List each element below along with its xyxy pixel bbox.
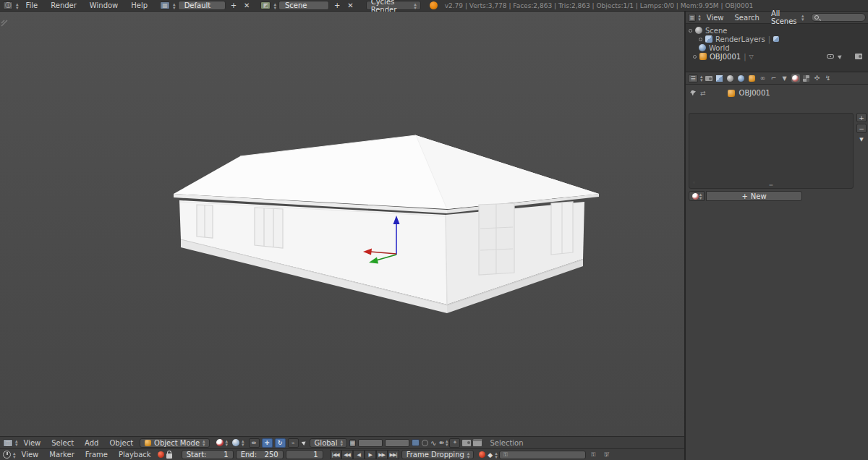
- properties-editor-icon[interactable]: ☰: [688, 74, 698, 82]
- visibility-eye-icon[interactable]: [827, 54, 834, 59]
- menu-view3d-add[interactable]: Add: [80, 439, 103, 447]
- falloff-curve-icon[interactable]: ∿: [430, 439, 436, 447]
- screen-layout-arrows[interactable]: ▴▾: [173, 2, 175, 9]
- record-icon[interactable]: [158, 451, 164, 458]
- scene-icon[interactable]: ◩: [260, 1, 271, 9]
- view3d-editor-arrows[interactable]: ▴▾: [15, 439, 17, 446]
- layers-grid-icon[interactable]: ▦: [349, 439, 356, 447]
- menu-timeline-playback[interactable]: Playback: [114, 451, 156, 459]
- scale-manipulator-button[interactable]: ⌁: [288, 438, 299, 448]
- render-engine-select[interactable]: Cycles Render ▴▾: [366, 1, 421, 10]
- close-layout-button[interactable]: ✕: [242, 1, 252, 9]
- add-layout-button[interactable]: +: [229, 1, 239, 9]
- selectability-cursor-icon[interactable]: [838, 54, 843, 59]
- tab-world-icon[interactable]: [737, 74, 746, 82]
- active-keying-set-field[interactable]: ⚿: [499, 451, 586, 459]
- timeline-editor-icon[interactable]: [3, 451, 11, 459]
- rotate-manipulator-button[interactable]: ↻: [275, 438, 286, 448]
- menu-timeline-view[interactable]: View: [17, 451, 43, 459]
- jump-start-button[interactable]: |◀◀: [330, 450, 341, 459]
- layers-widget-left[interactable]: [358, 439, 383, 447]
- menu-timeline-frame[interactable]: Frame: [81, 451, 112, 459]
- view3d-editor-icon[interactable]: ◫: [3, 439, 13, 447]
- pivot-dropdown-arrows[interactable]: ▴▾: [242, 439, 244, 446]
- pivot-point-icon[interactable]: [232, 439, 239, 446]
- normal-arrow-icon[interactable]: [301, 440, 307, 446]
- snap-dropdown-arrows[interactable]: ▴▾: [446, 439, 448, 446]
- outliner-search-input[interactable]: [811, 13, 866, 22]
- pin-icon[interactable]: [690, 90, 696, 96]
- menu-outliner-view[interactable]: View: [702, 14, 728, 22]
- tree-row-renderlayers[interactable]: RenderLayers |: [689, 35, 867, 43]
- outliner-editor-icon[interactable]: ≣: [688, 14, 696, 22]
- snap-icon[interactable]: ⇻: [438, 439, 443, 446]
- tab-render-layers-icon[interactable]: [715, 74, 724, 82]
- browse-material-button[interactable]: ▴▾: [689, 191, 705, 201]
- opengl-animation-icon[interactable]: [473, 440, 482, 446]
- add-scene-button[interactable]: +: [332, 1, 342, 9]
- tab-object-icon[interactable]: [748, 74, 757, 82]
- outliner-editor-arrows[interactable]: ▴▾: [698, 14, 700, 21]
- remove-slot-button[interactable]: −: [856, 124, 867, 133]
- snap-target-icon[interactable]: ⌖: [449, 438, 460, 448]
- list-resize-grip[interactable]: ═: [770, 184, 773, 187]
- object-data-chevron-icon[interactable]: ▽: [749, 54, 754, 60]
- shading-dropdown-arrows[interactable]: ▴▾: [226, 439, 228, 446]
- manipulator-toggle[interactable]: ⇹: [249, 438, 260, 448]
- tab-particles-icon[interactable]: ✣: [813, 74, 822, 82]
- frame-end-field[interactable]: End: 250: [236, 450, 284, 459]
- tab-material-icon-active[interactable]: [791, 74, 800, 82]
- close-scene-button[interactable]: ✕: [345, 1, 355, 9]
- menu-view3d-object[interactable]: Object: [105, 439, 137, 447]
- new-material-button[interactable]: + New: [706, 191, 802, 201]
- disclosure-icon[interactable]: [693, 55, 697, 59]
- menu-render[interactable]: Render: [46, 1, 82, 9]
- auto-keyframe-icon[interactable]: [479, 451, 485, 458]
- tab-texture-icon[interactable]: [802, 74, 811, 82]
- delete-keyframe-icon[interactable]: ⚿̸: [601, 450, 612, 459]
- tab-scene-icon[interactable]: [726, 74, 735, 82]
- info-editor-icon[interactable]: ⓘ: [3, 1, 13, 9]
- menu-file[interactable]: File: [21, 1, 43, 9]
- jump-end-button[interactable]: ▶▶|: [388, 450, 399, 459]
- frame-start-field[interactable]: Start: 1: [182, 450, 234, 459]
- current-frame-field[interactable]: 1: [286, 450, 323, 459]
- tab-data-icon[interactable]: ▼: [780, 74, 789, 82]
- tab-render-icon[interactable]: [705, 74, 713, 82]
- menu-view3d-view[interactable]: View: [20, 439, 46, 447]
- insert-keyframe-icon[interactable]: ⚿: [588, 450, 599, 459]
- renderability-camera-icon[interactable]: [855, 54, 862, 59]
- proportional-edit-icon[interactable]: [422, 440, 428, 446]
- translate-manipulator-button[interactable]: ✛: [262, 438, 273, 448]
- slot-specials-dropdown[interactable]: ▼: [856, 135, 867, 144]
- disclosure-icon[interactable]: [699, 38, 702, 41]
- timeline-editor-arrows[interactable]: ▴▾: [13, 451, 15, 459]
- tab-constraints-icon[interactable]: ∞: [759, 74, 767, 82]
- menu-window[interactable]: Window: [85, 1, 123, 9]
- keyingset-dropdown-arrows[interactable]: ▴▾: [495, 451, 497, 459]
- orientation-select[interactable]: Global ▴▾: [310, 438, 347, 448]
- material-slot-list[interactable]: ◦ ═: [689, 113, 854, 189]
- mode-select[interactable]: Object Mode ▴▾: [140, 438, 210, 448]
- viewport-shading-icon[interactable]: [216, 439, 224, 446]
- disclosure-icon[interactable]: [689, 29, 692, 33]
- prev-keyframe-button[interactable]: ◀◀: [341, 450, 353, 459]
- tree-row-world[interactable]: World: [689, 43, 867, 52]
- screen-layout-icon[interactable]: ▦: [160, 1, 170, 9]
- tree-row-scene[interactable]: Scene: [689, 26, 867, 35]
- sync-mode-select[interactable]: Frame Dropping ▴▾: [401, 450, 475, 459]
- menu-view3d-select[interactable]: Select: [47, 439, 78, 447]
- lock-to-scene-icon[interactable]: [412, 439, 420, 446]
- display-filter-select[interactable]: All Scenes ▴▾: [766, 13, 809, 22]
- tree-row-object[interactable]: OBJ0001 | ▽: [689, 52, 867, 61]
- opengl-render-icon[interactable]: [462, 440, 471, 446]
- menu-timeline-marker[interactable]: Marker: [45, 451, 79, 459]
- add-slot-button[interactable]: +: [856, 113, 867, 122]
- tab-modifiers-icon[interactable]: ⌐: [770, 74, 778, 82]
- tab-physics-icon[interactable]: ↯: [824, 74, 833, 82]
- lock-icon[interactable]: [166, 453, 172, 459]
- scene-name-field[interactable]: Scene: [278, 1, 329, 10]
- properties-editor-arrows[interactable]: ▴▾: [700, 74, 702, 82]
- play-button[interactable]: ▶: [365, 450, 376, 459]
- editor-switch-arrows[interactable]: ▴▾: [16, 2, 18, 9]
